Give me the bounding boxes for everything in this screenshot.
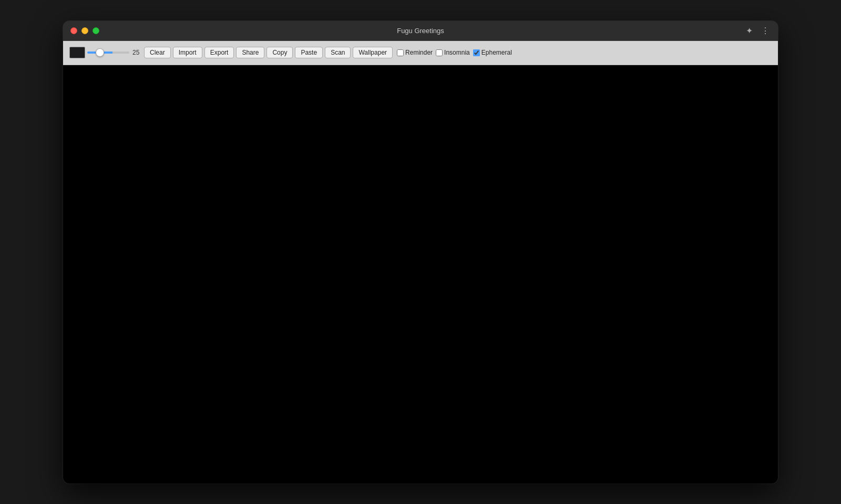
maximize-button[interactable]	[93, 27, 99, 34]
share-button[interactable]: Share	[236, 47, 264, 58]
ephemeral-checkbox[interactable]	[473, 49, 480, 56]
reminder-label[interactable]: Reminder	[397, 49, 433, 56]
minimize-button[interactable]	[81, 27, 88, 34]
toolbar: 25 Clear Import Export Share Copy Paste …	[63, 41, 778, 65]
close-button[interactable]	[70, 27, 77, 34]
slider-container: 25	[87, 49, 142, 56]
reminder-checkbox[interactable]	[397, 49, 404, 56]
paste-button[interactable]: Paste	[295, 47, 323, 58]
wallpaper-button[interactable]: Wallpaper	[353, 47, 393, 58]
insomnia-text: Insomnia	[444, 49, 470, 56]
canvas-area[interactable]	[63, 65, 778, 484]
traffic-lights	[70, 27, 99, 34]
checkbox-group: Reminder Insomnia Ephemeral	[397, 49, 514, 56]
ephemeral-text: Ephemeral	[481, 49, 512, 56]
app-window: Fugu Greetings ✦ ⋮ 25 Clear Import Expor…	[63, 21, 778, 484]
reminder-text: Reminder	[405, 49, 433, 56]
menu-icon[interactable]: ⋮	[759, 25, 772, 37]
insomnia-checkbox[interactable]	[436, 49, 443, 56]
slider-value: 25	[132, 49, 142, 56]
import-button[interactable]: Import	[173, 47, 202, 58]
clear-button[interactable]: Clear	[144, 47, 171, 58]
export-button[interactable]: Export	[204, 47, 234, 58]
plugin-icon[interactable]: ✦	[744, 25, 755, 37]
brush-size-slider[interactable]	[87, 52, 129, 54]
copy-button[interactable]: Copy	[266, 47, 293, 58]
scan-button[interactable]: Scan	[325, 47, 351, 58]
color-swatch[interactable]	[69, 47, 85, 58]
titlebar-actions: ✦ ⋮	[744, 25, 772, 37]
window-title: Fugu Greetings	[397, 27, 444, 35]
titlebar: Fugu Greetings ✦ ⋮	[63, 21, 778, 41]
ephemeral-label[interactable]: Ephemeral	[473, 49, 512, 56]
insomnia-label[interactable]: Insomnia	[436, 49, 470, 56]
